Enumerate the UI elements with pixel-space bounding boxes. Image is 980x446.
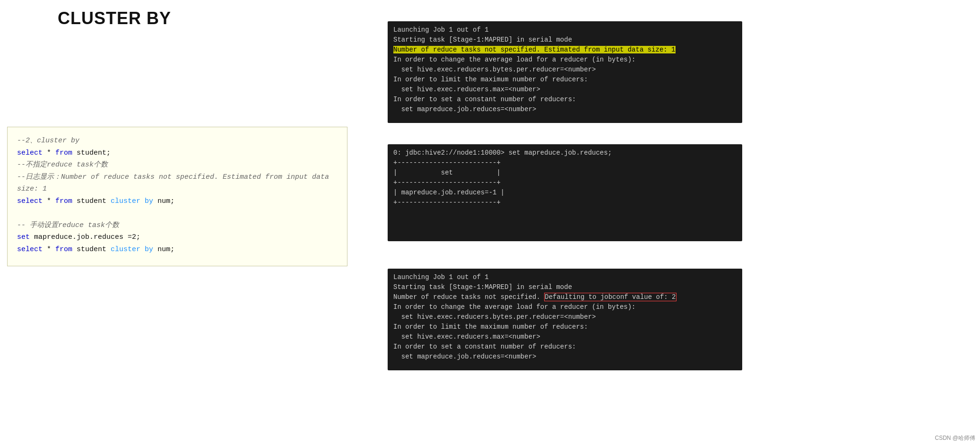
code-line: --日志显示：Number of reduce tasks not specif… xyxy=(17,171,338,195)
terminal-bottom: Launching Job 1 out of 1 Starting task [… xyxy=(388,269,742,370)
code-line: set mapreduce.job.reduces =2; xyxy=(17,231,338,244)
terminal-line: Starting task [Stage-1:MAPRED] in serial… xyxy=(393,282,737,292)
code-line: select * from student cluster by num; xyxy=(17,244,338,256)
terminal-line-highlight-red: Number of reduce tasks not specified. De… xyxy=(393,292,737,302)
code-line: select * from student cluster by num; xyxy=(17,195,338,208)
terminal-line: +-------------------------+ xyxy=(393,158,737,168)
code-block: --2、cluster by select * from student; --… xyxy=(7,127,347,266)
terminal-line: set mapreduce.job.reduces=<number> xyxy=(393,105,737,114)
terminal-line: In order to change the average load for … xyxy=(393,302,737,312)
terminal-line: Starting task [Stage-1:MAPRED] in serial… xyxy=(393,35,737,45)
terminal-line: In order to change the average load for … xyxy=(393,55,737,65)
terminal-middle: 0: jdbc:hive2://node1:10000> set mapredu… xyxy=(388,144,742,241)
terminal-top: Launching Job 1 out of 1 Starting task [… xyxy=(388,21,742,123)
code-line xyxy=(17,207,338,219)
terminal-line: Launching Job 1 out of 1 xyxy=(393,25,737,35)
terminal-line: set hive.exec.reducers.max=<number> xyxy=(393,332,737,342)
code-line: -- 手动设置reduce task个数 xyxy=(17,219,338,232)
code-line: --2、cluster by xyxy=(17,135,338,147)
terminal-line: In order to set a constant number of red… xyxy=(393,95,737,105)
terminal-line: In order to limit the maximum number of … xyxy=(393,322,737,332)
terminal-line: set hive.exec.reducers.max=<number> xyxy=(393,85,737,95)
terminal-line: Launching Job 1 out of 1 xyxy=(393,272,737,282)
terminal-line: set hive.exec.reducers.bytes.per.reducer… xyxy=(393,65,737,75)
code-line: select * from student; xyxy=(17,147,338,159)
terminal-line: +-------------------------+ xyxy=(393,178,737,188)
terminal-line: In order to limit the maximum number of … xyxy=(393,75,737,85)
terminal-line: 0: jdbc:hive2://node1:10000> set mapredu… xyxy=(393,148,737,158)
terminal-line: set mapreduce.job.reduces=<number> xyxy=(393,352,737,362)
terminal-line: set hive.exec.reducers.bytes.per.reducer… xyxy=(393,312,737,322)
terminal-line: In order to set a constant number of red… xyxy=(393,342,737,352)
watermark: CSDN @哈师傅 xyxy=(935,434,975,442)
terminal-line: | mapreduce.job.reduces=-1 | xyxy=(393,188,737,198)
page-title: CLUSTER BY xyxy=(58,9,171,28)
terminal-line: | set | xyxy=(393,168,737,178)
terminal-line: +-------------------------+ xyxy=(393,198,737,208)
terminal-line-highlight: Number of reduce tasks not specified. Es… xyxy=(393,45,737,55)
code-line: --不指定reduce task个数 xyxy=(17,159,338,171)
